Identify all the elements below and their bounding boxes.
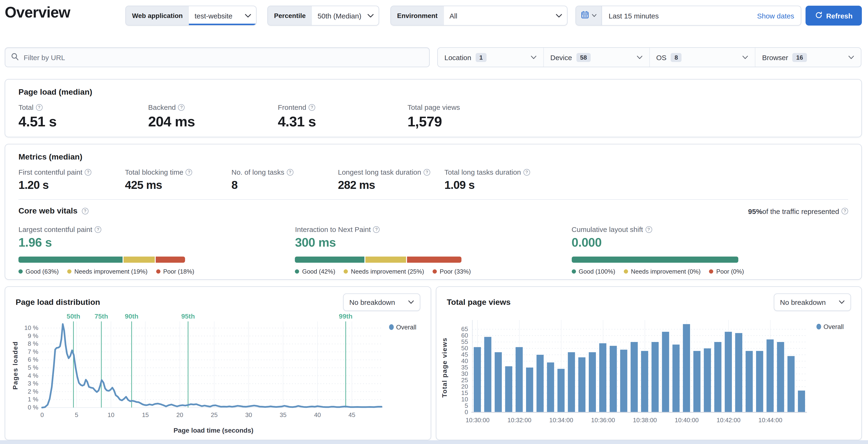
chevron-down-icon [363,13,374,18]
date-range-value[interactable]: Last 15 minutes [602,6,750,25]
metric-long-tasks-value: 8 [231,178,338,192]
svg-text:99th: 99th [339,313,352,320]
info-icon[interactable]: ? [85,169,91,175]
svg-text:10:38:00: 10:38:00 [633,417,657,424]
refresh-button-label: Refresh [826,11,852,20]
page-load-title: Page load (median) [19,88,848,97]
svg-text:45: 45 [348,411,355,418]
info-icon[interactable]: ? [523,169,530,175]
svg-text:40: 40 [461,357,468,364]
show-dates-link[interactable]: Show dates [750,6,801,25]
traffic-percent: 95% [748,207,762,215]
total-page-views-chart[interactable]: 0510152025303540455055606510:30:0010:32:… [440,312,856,434]
legend-poor: Poor (0%) [716,268,744,275]
kpi-total-page-views-value: 1,579 [407,114,848,130]
percentile-label: Percentile [268,6,312,25]
legend-poor: Poor (33%) [440,268,471,275]
filter-location-count-badge: 1 [475,53,486,62]
info-icon[interactable]: ? [286,169,293,175]
info-icon[interactable]: ? [36,104,42,111]
svg-text:Total page views: Total page views [441,337,448,397]
cwv-inp-bar [295,257,462,263]
metric-longest-task-value: 282 ms [338,178,444,192]
date-picker[interactable]: Last 15 minutes Show dates [576,6,801,26]
svg-text:5: 5 [75,411,78,418]
refresh-button[interactable]: Refresh [806,6,862,26]
cwv-lcp: Largest contentful paint? 1.96 s Good (6… [19,225,295,275]
info-icon[interactable]: ? [373,226,380,233]
distribution-xaxis-title: Page load time (seconds) [43,426,384,434]
page-load-distribution-chart[interactable]: 0 %1 %2 %3 %4 %5 %6 %7 %8 %9 %10 %051015… [10,313,427,425]
metric-fcp-value: 1.20 s [19,178,125,192]
filter-location-label: Location [444,53,471,61]
filter-browser-label: Browser [762,53,788,61]
cwv-cls: Cumulative layout shift? 0.000 Good (100… [571,225,848,275]
needs-improvement-dot-icon [344,269,348,274]
info-icon[interactable]: ? [645,226,652,233]
svg-text:Overall: Overall [824,323,844,330]
info-icon[interactable]: ? [424,169,430,175]
top-bar: Overview Web application test-website Pe… [0,0,868,33]
percentile-select[interactable]: Percentile 50th (Median) [268,6,379,26]
svg-text:20: 20 [176,411,183,418]
chevron-down-icon [636,55,643,59]
cwv-inp: Interaction to Next Paint? 300 ms Good (… [295,225,572,275]
svg-text:10:42:00: 10:42:00 [717,417,740,424]
svg-text:30: 30 [245,411,252,418]
info-icon[interactable]: ? [309,104,315,111]
info-icon[interactable]: ? [82,208,88,214]
filter-device[interactable]: Device 58 [543,48,649,67]
kpi-frontend-label: Frontend [278,103,306,111]
distribution-breakdown-select[interactable]: No breakdown [343,294,420,311]
svg-text:8 %: 8 % [28,340,38,347]
kpi-total-label: Total [19,103,33,111]
svg-text:20: 20 [461,383,468,390]
distribution-breakdown-value: No breakdown [349,298,395,306]
focus-underline [189,24,256,25]
percentile-value: 50th (Median) [317,11,361,20]
kpi-total: Total? 4.51 s [19,103,148,130]
good-dot-icon [295,269,299,274]
info-icon[interactable]: ? [841,208,848,214]
kpi-backend: Backend? 204 ms [148,103,278,130]
svg-text:10:34:00: 10:34:00 [549,417,573,424]
cwv-cls-legend: Good (100%) Needs improvement (0%) Poor … [571,268,848,275]
svg-text:5: 5 [465,402,468,409]
svg-text:9 %: 9 % [28,332,38,339]
legend-good: Good (100%) [579,268,615,275]
cwv-inp-value: 300 ms [295,235,572,250]
filter-os[interactable]: OS 8 [649,48,755,67]
date-picker-calendar-segment[interactable] [576,6,602,25]
svg-text:7 %: 7 % [28,348,38,355]
metrics-title: Metrics (median) [19,152,848,162]
metric-tbt: Total blocking time? 425 ms [125,168,231,192]
filter-location[interactable]: Location 1 [438,48,543,67]
core-web-vitals-title: Core web vitals [19,206,78,216]
total-page-views-card: Total page views No breakdown 0510152025… [436,286,862,440]
svg-text:40: 40 [314,411,321,418]
views-breakdown-value: No breakdown [780,298,826,306]
svg-text:15: 15 [461,389,468,396]
svg-text:3 %: 3 % [28,380,38,387]
info-icon[interactable]: ? [186,169,192,175]
web-application-select[interactable]: Web application test-website [125,6,256,26]
good-dot-icon [571,269,576,274]
svg-text:10:40:00: 10:40:00 [675,417,699,424]
info-icon[interactable]: ? [95,226,101,233]
filter-browser[interactable]: Browser 16 [755,48,861,67]
chevron-down-icon [531,55,537,59]
views-chart-title: Total page views [447,297,511,307]
legend-good: Good (42%) [302,268,335,275]
info-icon[interactable]: ? [178,104,185,111]
legend-good: Good (63%) [26,268,59,275]
kpi-total-page-views-label: Total page views [407,103,460,111]
views-breakdown-select[interactable]: No breakdown [774,294,851,311]
metrics-card: Metrics (median) First contentful paint?… [5,144,862,280]
metric-longest-task-label: Longest long task duration [338,168,421,176]
url-filter-input[interactable] [24,53,424,61]
url-filter-searchbox[interactable] [5,47,430,67]
chevron-down-icon [408,300,414,304]
chevron-down-icon [839,300,845,304]
environment-select[interactable]: Environment All [391,6,567,26]
svg-text:90th: 90th [125,313,138,320]
